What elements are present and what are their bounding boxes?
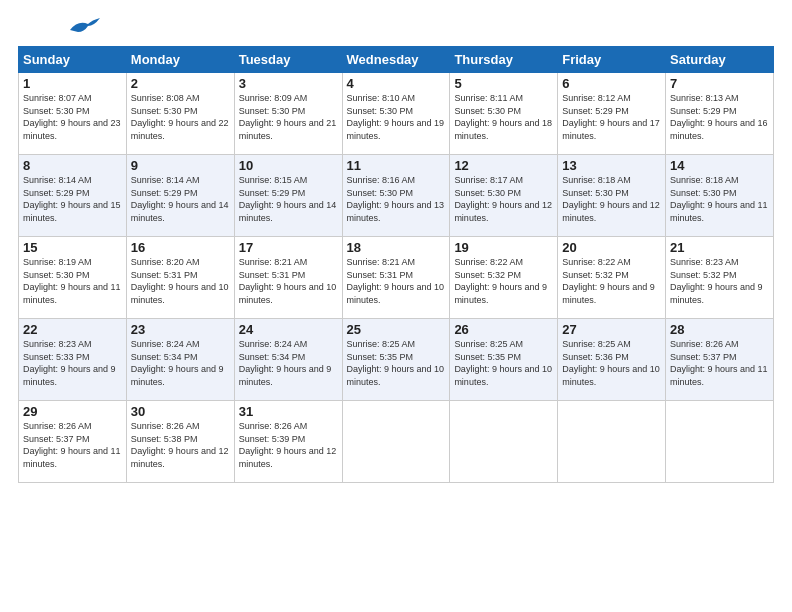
day-info: Sunrise: 8:22 AMSunset: 5:32 PMDaylight:… — [454, 257, 547, 305]
day-number: 7 — [670, 76, 769, 91]
col-monday: Monday — [126, 47, 234, 73]
day-number: 11 — [347, 158, 446, 173]
col-friday: Friday — [558, 47, 666, 73]
day-info: Sunrise: 8:09 AMSunset: 5:30 PMDaylight:… — [239, 93, 337, 141]
col-saturday: Saturday — [666, 47, 774, 73]
day-info: Sunrise: 8:25 AMSunset: 5:35 PMDaylight:… — [454, 339, 552, 387]
day-info: Sunrise: 8:12 AMSunset: 5:29 PMDaylight:… — [562, 93, 660, 141]
day-info: Sunrise: 8:23 AMSunset: 5:32 PMDaylight:… — [670, 257, 763, 305]
calendar-row: 29 Sunrise: 8:26 AMSunset: 5:37 PMDaylig… — [19, 401, 774, 483]
logo — [18, 18, 100, 36]
day-number: 31 — [239, 404, 338, 419]
calendar-table: Sunday Monday Tuesday Wednesday Thursday… — [18, 46, 774, 483]
day-number: 24 — [239, 322, 338, 337]
table-row: 13 Sunrise: 8:18 AMSunset: 5:30 PMDaylig… — [558, 155, 666, 237]
day-number: 8 — [23, 158, 122, 173]
day-number: 29 — [23, 404, 122, 419]
day-info: Sunrise: 8:22 AMSunset: 5:32 PMDaylight:… — [562, 257, 655, 305]
table-row: 26 Sunrise: 8:25 AMSunset: 5:35 PMDaylig… — [450, 319, 558, 401]
day-info: Sunrise: 8:26 AMSunset: 5:37 PMDaylight:… — [670, 339, 768, 387]
col-wednesday: Wednesday — [342, 47, 450, 73]
table-row: 1 Sunrise: 8:07 AMSunset: 5:30 PMDayligh… — [19, 73, 127, 155]
day-number: 22 — [23, 322, 122, 337]
table-row: 22 Sunrise: 8:23 AMSunset: 5:33 PMDaylig… — [19, 319, 127, 401]
day-info: Sunrise: 8:19 AMSunset: 5:30 PMDaylight:… — [23, 257, 121, 305]
day-number: 17 — [239, 240, 338, 255]
day-info: Sunrise: 8:25 AMSunset: 5:36 PMDaylight:… — [562, 339, 660, 387]
day-number: 25 — [347, 322, 446, 337]
table-row — [666, 401, 774, 483]
table-row: 21 Sunrise: 8:23 AMSunset: 5:32 PMDaylig… — [666, 237, 774, 319]
table-row: 23 Sunrise: 8:24 AMSunset: 5:34 PMDaylig… — [126, 319, 234, 401]
calendar-row: 8 Sunrise: 8:14 AMSunset: 5:29 PMDayligh… — [19, 155, 774, 237]
table-row: 7 Sunrise: 8:13 AMSunset: 5:29 PMDayligh… — [666, 73, 774, 155]
day-info: Sunrise: 8:24 AMSunset: 5:34 PMDaylight:… — [239, 339, 332, 387]
day-info: Sunrise: 8:26 AMSunset: 5:38 PMDaylight:… — [131, 421, 229, 469]
day-number: 12 — [454, 158, 553, 173]
table-row: 3 Sunrise: 8:09 AMSunset: 5:30 PMDayligh… — [234, 73, 342, 155]
col-tuesday: Tuesday — [234, 47, 342, 73]
page: Sunday Monday Tuesday Wednesday Thursday… — [0, 0, 792, 612]
table-row: 20 Sunrise: 8:22 AMSunset: 5:32 PMDaylig… — [558, 237, 666, 319]
day-info: Sunrise: 8:11 AMSunset: 5:30 PMDaylight:… — [454, 93, 552, 141]
table-row: 11 Sunrise: 8:16 AMSunset: 5:30 PMDaylig… — [342, 155, 450, 237]
day-info: Sunrise: 8:10 AMSunset: 5:30 PMDaylight:… — [347, 93, 445, 141]
day-info: Sunrise: 8:21 AMSunset: 5:31 PMDaylight:… — [239, 257, 337, 305]
day-info: Sunrise: 8:17 AMSunset: 5:30 PMDaylight:… — [454, 175, 552, 223]
day-number: 28 — [670, 322, 769, 337]
table-row: 30 Sunrise: 8:26 AMSunset: 5:38 PMDaylig… — [126, 401, 234, 483]
table-row: 14 Sunrise: 8:18 AMSunset: 5:30 PMDaylig… — [666, 155, 774, 237]
day-info: Sunrise: 8:26 AMSunset: 5:39 PMDaylight:… — [239, 421, 337, 469]
table-row: 6 Sunrise: 8:12 AMSunset: 5:29 PMDayligh… — [558, 73, 666, 155]
day-info: Sunrise: 8:08 AMSunset: 5:30 PMDaylight:… — [131, 93, 229, 141]
day-info: Sunrise: 8:13 AMSunset: 5:29 PMDaylight:… — [670, 93, 768, 141]
logo-bird-icon — [70, 18, 100, 36]
table-row — [450, 401, 558, 483]
calendar-row: 22 Sunrise: 8:23 AMSunset: 5:33 PMDaylig… — [19, 319, 774, 401]
calendar-header-row: Sunday Monday Tuesday Wednesday Thursday… — [19, 47, 774, 73]
table-row: 16 Sunrise: 8:20 AMSunset: 5:31 PMDaylig… — [126, 237, 234, 319]
day-number: 5 — [454, 76, 553, 91]
col-sunday: Sunday — [19, 47, 127, 73]
day-info: Sunrise: 8:18 AMSunset: 5:30 PMDaylight:… — [562, 175, 660, 223]
day-number: 23 — [131, 322, 230, 337]
day-number: 27 — [562, 322, 661, 337]
day-number: 15 — [23, 240, 122, 255]
table-row: 31 Sunrise: 8:26 AMSunset: 5:39 PMDaylig… — [234, 401, 342, 483]
day-number: 30 — [131, 404, 230, 419]
calendar-row: 15 Sunrise: 8:19 AMSunset: 5:30 PMDaylig… — [19, 237, 774, 319]
table-row — [342, 401, 450, 483]
day-info: Sunrise: 8:25 AMSunset: 5:35 PMDaylight:… — [347, 339, 445, 387]
table-row: 27 Sunrise: 8:25 AMSunset: 5:36 PMDaylig… — [558, 319, 666, 401]
day-info: Sunrise: 8:18 AMSunset: 5:30 PMDaylight:… — [670, 175, 768, 223]
day-number: 2 — [131, 76, 230, 91]
day-info: Sunrise: 8:07 AMSunset: 5:30 PMDaylight:… — [23, 93, 121, 141]
table-row — [558, 401, 666, 483]
table-row: 10 Sunrise: 8:15 AMSunset: 5:29 PMDaylig… — [234, 155, 342, 237]
day-info: Sunrise: 8:14 AMSunset: 5:29 PMDaylight:… — [23, 175, 121, 223]
day-info: Sunrise: 8:15 AMSunset: 5:29 PMDaylight:… — [239, 175, 337, 223]
table-row: 24 Sunrise: 8:24 AMSunset: 5:34 PMDaylig… — [234, 319, 342, 401]
day-number: 14 — [670, 158, 769, 173]
table-row: 17 Sunrise: 8:21 AMSunset: 5:31 PMDaylig… — [234, 237, 342, 319]
day-number: 20 — [562, 240, 661, 255]
col-thursday: Thursday — [450, 47, 558, 73]
day-number: 9 — [131, 158, 230, 173]
table-row: 2 Sunrise: 8:08 AMSunset: 5:30 PMDayligh… — [126, 73, 234, 155]
day-info: Sunrise: 8:20 AMSunset: 5:31 PMDaylight:… — [131, 257, 229, 305]
day-number: 13 — [562, 158, 661, 173]
table-row: 25 Sunrise: 8:25 AMSunset: 5:35 PMDaylig… — [342, 319, 450, 401]
day-number: 4 — [347, 76, 446, 91]
table-row: 9 Sunrise: 8:14 AMSunset: 5:29 PMDayligh… — [126, 155, 234, 237]
day-info: Sunrise: 8:14 AMSunset: 5:29 PMDaylight:… — [131, 175, 229, 223]
day-info: Sunrise: 8:21 AMSunset: 5:31 PMDaylight:… — [347, 257, 445, 305]
table-row: 8 Sunrise: 8:14 AMSunset: 5:29 PMDayligh… — [19, 155, 127, 237]
table-row: 12 Sunrise: 8:17 AMSunset: 5:30 PMDaylig… — [450, 155, 558, 237]
day-info: Sunrise: 8:16 AMSunset: 5:30 PMDaylight:… — [347, 175, 445, 223]
day-info: Sunrise: 8:24 AMSunset: 5:34 PMDaylight:… — [131, 339, 224, 387]
day-number: 1 — [23, 76, 122, 91]
day-number: 21 — [670, 240, 769, 255]
table-row: 29 Sunrise: 8:26 AMSunset: 5:37 PMDaylig… — [19, 401, 127, 483]
header — [18, 18, 774, 36]
day-number: 3 — [239, 76, 338, 91]
